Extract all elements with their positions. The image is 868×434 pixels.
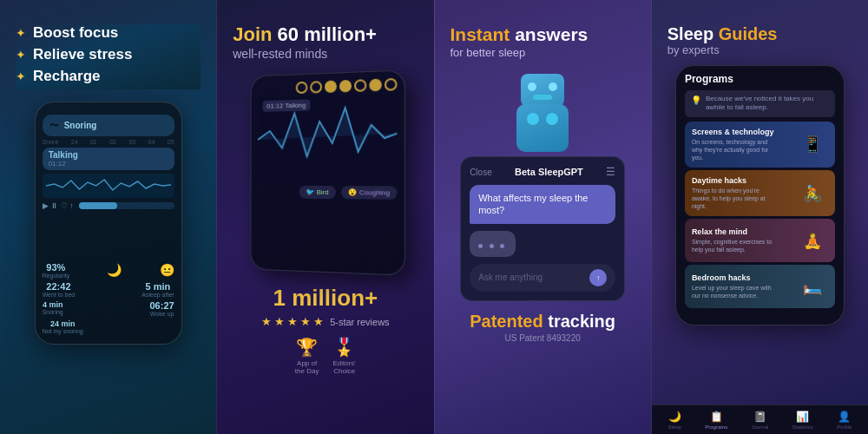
asleep-stat: 5 min Asleep after (141, 281, 174, 298)
circle-7 (385, 78, 398, 91)
relax-thumb: 🧘 (797, 225, 828, 256)
program-card-relax[interactable]: Relax the mind Simple, cognitive exercis… (685, 219, 835, 262)
robot-eye-right (549, 82, 557, 91)
bedroom-card-text: Bedroom hacks Level up your sleep cave w… (692, 273, 779, 299)
award-icon-1: 🏆 (296, 337, 318, 358)
snoring-label: Snoring (64, 121, 97, 130)
snoring-time-label: Snoring (43, 309, 63, 315)
graph-area: 01:12 Talking (258, 94, 398, 183)
join-number: 60 million+ (278, 23, 377, 45)
relax-card-text: Relax the mind Simple, cognitive exercis… (692, 227, 779, 253)
stats-row-4: 24 min Not my snoring (43, 319, 174, 334)
daytime-thumb: 🚴 (797, 178, 828, 209)
patented-headline: Patented tracking (470, 312, 615, 332)
screens-desc: On screens, technology and why they're a… (692, 138, 779, 161)
panel-sleep-guides: Sleep Guides by experts Programs 💡 Becau… (651, 0, 868, 434)
join-sub-text: well-rested minds (233, 47, 418, 61)
bedroom-thumb: 🛏️ (797, 271, 828, 302)
chat-title: Beta SleepGPT (515, 167, 583, 177)
guides-headline: Sleep Guides (667, 24, 852, 43)
star-3: ★ (287, 315, 298, 328)
program-card-daytime[interactable]: Daytime hacks Things to do when you're a… (685, 170, 835, 216)
star-5: ★ (313, 315, 324, 328)
circle-2 (310, 81, 322, 93)
chat-send-button[interactable]: ↑ (589, 269, 607, 286)
snoring-time-value: 4 min (43, 300, 63, 309)
headline-text-2: Relieve stress (33, 46, 132, 63)
stats-row-1: 93% Regularity 🌙 😐 (43, 262, 174, 279)
robot-body (516, 104, 569, 152)
guides-prefix: Sleep (667, 24, 719, 43)
panel-join: Join 60 million+ well-rested minds 01:12… (216, 0, 433, 434)
bed-time-value: 22:42 (43, 281, 76, 292)
hint-bulb-icon: 💡 (691, 95, 701, 105)
headline-text-1: Boost focus (33, 24, 118, 42)
screens-thumb: 📱 (797, 128, 828, 160)
hint-text: Because we've noticed it takes you awhil… (706, 95, 829, 113)
daytime-title: Daytime hacks (692, 176, 779, 185)
robot-mouth (533, 95, 552, 100)
review-text: 5-star reviews (330, 317, 389, 327)
asleep-value: 5 min (141, 281, 174, 292)
instant-suffix: answers (510, 24, 588, 44)
chat-menu-icon[interactable]: ☰ (606, 166, 615, 178)
awards-row: 🏆 App ofthe Day 🎖️ Editors'Choice (295, 337, 356, 375)
headline-item-2: ✦ Relieve stress (16, 46, 201, 63)
chat-close[interactable]: Close (470, 168, 492, 177)
chat-mockup: Close Beta SleepGPT ☰ What affects my sl… (460, 156, 625, 301)
moon-icon-area: 🌙 (107, 262, 122, 279)
screens-title: Screens & technology (692, 128, 779, 136)
star-4: ★ (300, 315, 311, 328)
snoring-icon: 〜 (49, 119, 59, 132)
star-2: ★ (274, 315, 285, 328)
coughing-label: Coughing (359, 188, 390, 196)
relax-desc: Simple, cognitive exercises to help you … (692, 238, 779, 253)
check-icon-2: ✦ (16, 48, 26, 62)
dot-2 (490, 244, 494, 248)
smiley-icon-area: 😐 (160, 262, 174, 279)
instant-sub: for better sleep (450, 46, 635, 59)
robot-head (521, 74, 564, 107)
circle-3 (325, 81, 337, 94)
woke-label: Woke up (149, 311, 174, 317)
instant-headline: Instant answers (450, 24, 635, 44)
program-hint: 💡 Because we've noticed it takes you awh… (685, 90, 835, 117)
panel2-header: Join 60 million+ well-rested minds (233, 24, 418, 61)
headline-text-3: Recharge (33, 68, 100, 85)
time-badge: 01:12 Talking (262, 100, 310, 112)
program-card-screens[interactable]: Screens & technology On screens, technol… (685, 122, 835, 168)
award-icon-2: 🎖️ (333, 337, 355, 358)
award-editors-choice: 🎖️ Editors'Choice (332, 337, 355, 375)
relax-title: Relax the mind (692, 227, 779, 236)
bed-time-label: Went to bed (43, 292, 76, 298)
stars-row: ★ ★ ★ ★ ★ 5-star reviews (261, 315, 389, 328)
instant-accent: Instant (450, 24, 510, 44)
woke-value: 06:27 (149, 300, 174, 311)
my-snoring-value: 24 min (43, 319, 83, 328)
screens-card-text: Screens & technology On screens, technol… (692, 128, 779, 161)
bedroom-title: Bedroom hacks (692, 273, 779, 282)
check-icon-1: ✦ (16, 26, 26, 40)
patented-suffix: tracking (543, 312, 615, 331)
headline-item-1: ✦ Boost focus (16, 24, 201, 42)
program-card-bedroom[interactable]: Bedroom hacks Level up your sleep cave w… (685, 265, 835, 308)
phone-mockup-panel4: Programs 💡 Because we've noticed it take… (675, 65, 845, 326)
dot-3 (500, 244, 504, 248)
chat-input-row[interactable]: Ask me anything ↑ (470, 264, 615, 292)
million-section: 1 million+ ★ ★ ★ ★ ★ 5-star reviews (261, 285, 389, 328)
bird-label: Bird (317, 188, 329, 196)
daytime-card-text: Daytime hacks Things to do when you're a… (692, 176, 779, 210)
check-icon-3: ✦ (16, 69, 26, 83)
circle-4 (339, 80, 352, 93)
circle-1 (296, 82, 308, 94)
panel-sleep-tracking: ✦ Boost focus ✦ Relieve stress ✦ Recharg… (0, 0, 216, 434)
panel4-header: Sleep Guides by experts (667, 24, 852, 56)
guides-accent: Guides (719, 24, 778, 43)
daytime-desc: Things to do when you're awake, to help … (692, 187, 779, 210)
talking-label: Talking (49, 150, 168, 160)
sound-badges: 🐦 Bird 😮 Coughing (258, 186, 398, 200)
circle-5 (354, 79, 366, 92)
million-prefix: 1 million+ (273, 285, 378, 311)
bottom-stats: 93% Regularity 🌙 😐 22:42 Went to bed (43, 262, 174, 337)
my-snoring-stat: 24 min Not my snoring (43, 319, 83, 334)
